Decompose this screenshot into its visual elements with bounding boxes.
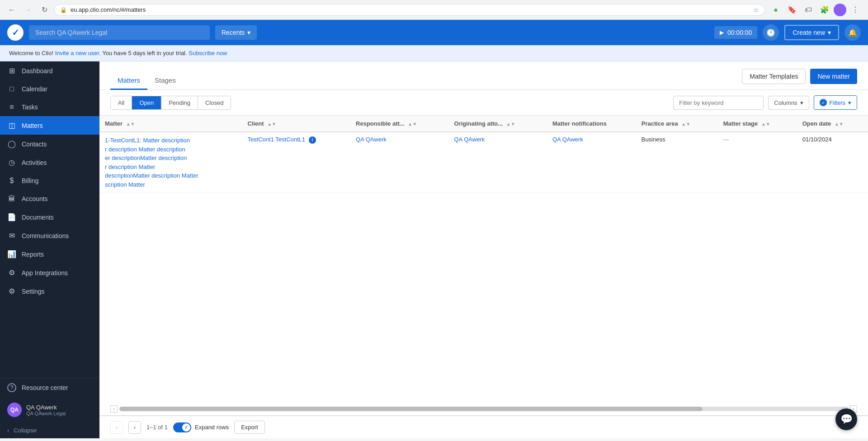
column-matter-stage[interactable]: Matter stage ▲▼ xyxy=(718,116,797,132)
status-filter-group: All Open Pending Closed xyxy=(110,96,231,110)
sidebar-item-tasks[interactable]: ≡ Tasks xyxy=(0,98,99,116)
sidebar-item-contacts[interactable]: ◯ Contacts xyxy=(0,135,99,153)
sidebar-item-label: Settings xyxy=(22,288,45,295)
column-matter-notifications: Matter notifications xyxy=(547,116,636,132)
filters-chevron-icon: ▾ xyxy=(848,99,851,106)
column-responsible-att[interactable]: Responsible att... ▲▼ xyxy=(350,116,448,132)
expand-rows-switch[interactable]: ✓ xyxy=(173,422,191,432)
user-name: QA QAwerk xyxy=(26,404,66,411)
recents-button[interactable]: Recents ▾ xyxy=(215,25,257,40)
sidebar-item-accounts[interactable]: 🏛 Accounts xyxy=(0,190,99,208)
profile-button[interactable] xyxy=(834,4,846,16)
sidebar-item-calendar[interactable]: □ Calendar xyxy=(0,80,99,98)
resource-center-label: Resource center xyxy=(22,384,68,391)
sidebar-item-label: Accounts xyxy=(22,195,48,202)
reload-button[interactable]: ↻ xyxy=(38,4,51,16)
back-button[interactable]: ← xyxy=(5,4,18,16)
filter-pending-button[interactable]: Pending xyxy=(161,96,198,109)
responsible-att-link[interactable]: QA QAwerk xyxy=(356,136,387,143)
client-info-icon[interactable]: i xyxy=(309,136,316,144)
extension-icon-green[interactable]: ● xyxy=(769,3,783,17)
client-link[interactable]: TestCont1 TestContL1 xyxy=(247,136,307,143)
global-search-input[interactable] xyxy=(29,25,210,40)
billing-icon: $ xyxy=(7,177,16,185)
collapse-label: Collapse xyxy=(14,427,37,434)
play-icon: ▶ xyxy=(720,29,724,36)
sidebar-collapse-button[interactable]: ‹ Collapse xyxy=(0,422,99,438)
new-matter-button[interactable]: New matter xyxy=(810,69,857,84)
documents-icon: 📄 xyxy=(7,213,16,221)
extension-icon-bookmark[interactable]: 🔖 xyxy=(785,3,799,17)
subscribe-now-link[interactable]: Subscribe now xyxy=(189,50,227,56)
expand-rows-toggle: ✓ Expand rows xyxy=(173,422,229,432)
filters-bar: All Open Pending Closed Columns ▾ ✓ xyxy=(99,90,868,116)
column-open-date[interactable]: Open date ▲▼ xyxy=(797,116,868,132)
matter-notifications-link[interactable]: QA QAwerk xyxy=(552,136,583,143)
extension-icon-tag[interactable]: 🏷 xyxy=(801,3,816,17)
export-button[interactable]: Export xyxy=(234,421,265,434)
column-originating-atto[interactable]: Originating atto... ▲▼ xyxy=(449,116,547,132)
column-practice-area[interactable]: Practice area ▲▼ xyxy=(636,116,718,132)
originating-atto-link[interactable]: QA QAwerk xyxy=(454,136,485,143)
settings-icon: ⚙ xyxy=(7,287,16,296)
next-page-button[interactable]: › xyxy=(128,421,141,434)
tab-matters[interactable]: Matters xyxy=(110,72,147,90)
scroll-left-button[interactable]: ‹ xyxy=(110,405,118,413)
matter-templates-button[interactable]: Matter Templates xyxy=(742,69,806,84)
chat-fab-button[interactable]: 💬 xyxy=(835,408,857,430)
more-options-button[interactable]: ⋮ xyxy=(848,3,863,17)
extension-icon-puzzle[interactable]: 🧩 xyxy=(817,3,832,17)
tab-stages[interactable]: Stages xyxy=(147,72,183,90)
dashboard-icon: ⊞ xyxy=(7,66,16,75)
filter-closed-button[interactable]: Closed xyxy=(198,96,231,109)
forward-button[interactable]: → xyxy=(22,4,34,16)
columns-button[interactable]: Columns ▾ xyxy=(768,96,809,110)
matter-notifications-cell: QA QAwerk xyxy=(547,132,636,193)
notifications-button[interactable]: 🔔 xyxy=(844,24,861,41)
user-org: QA QAwerk Legal xyxy=(26,411,66,416)
pagination-info: 1–1 of 1 xyxy=(146,424,168,431)
horizontal-scroll-area[interactable]: ‹ › xyxy=(99,403,868,416)
columns-chevron-icon: ▾ xyxy=(800,99,803,106)
matters-table: Matter ▲▼ Client ▲▼ Responsible att... ▲… xyxy=(99,116,868,193)
sidebar-item-app-integrations[interactable]: ⚙ App Integrations xyxy=(0,263,99,282)
column-client[interactable]: Client ▲▼ xyxy=(242,116,350,132)
sidebar-item-activities[interactable]: ◷ Activities xyxy=(0,153,99,172)
app-logo: ✓ xyxy=(7,24,24,41)
app-integrations-icon: ⚙ xyxy=(7,268,16,277)
clock-button[interactable]: 🕐 xyxy=(763,24,779,41)
sidebar-item-matters[interactable]: ◫ Matters xyxy=(0,116,99,135)
open-date-cell: 01/10/2024 xyxy=(797,132,868,193)
main-layout: ⊞ Dashboard □ Calendar ≡ Tasks ◫ Matters… xyxy=(0,61,868,438)
sidebar-item-dashboard[interactable]: ⊞ Dashboard xyxy=(0,61,99,80)
invite-user-link[interactable]: Invite a new user. xyxy=(55,50,101,56)
sidebar-item-documents[interactable]: 📄 Documents xyxy=(0,208,99,226)
address-bar[interactable]: 🔒 eu.app.clio.com/nc/#/matters ☆ xyxy=(54,4,765,16)
sidebar-item-settings[interactable]: ⚙ Settings xyxy=(0,282,99,300)
sort-icon: ▲▼ xyxy=(835,122,844,127)
horizontal-scrollbar[interactable] xyxy=(119,407,848,411)
column-matter[interactable]: Matter ▲▼ xyxy=(99,116,242,132)
sidebar-item-resource-center[interactable]: ? Resource center xyxy=(0,378,99,397)
sidebar-item-reports[interactable]: 📊 Reports xyxy=(0,245,99,263)
keyword-filter-input[interactable] xyxy=(673,96,764,110)
matter-name-link[interactable]: 1-TestContL1: Matter description r descr… xyxy=(105,137,198,188)
previous-page-button[interactable]: ‹ xyxy=(110,421,123,434)
matters-icon: ◫ xyxy=(7,121,16,130)
tasks-icon: ≡ xyxy=(7,103,16,111)
sidebar: ⊞ Dashboard □ Calendar ≡ Tasks ◫ Matters… xyxy=(0,61,99,438)
recents-label: Recents xyxy=(222,29,245,36)
filter-all-button[interactable]: All xyxy=(111,96,132,109)
expand-rows-label: Expand rows xyxy=(195,424,229,431)
sort-icon: ▲▼ xyxy=(681,122,690,127)
filters-button[interactable]: ✓ Filters ▾ xyxy=(814,95,857,110)
sort-icon: ▲▼ xyxy=(761,122,770,127)
create-new-label: Create new xyxy=(793,29,825,36)
sidebar-item-communications[interactable]: ✉ Communications xyxy=(0,226,99,245)
sidebar-user[interactable]: QA QA QAwerk QA QAwerk Legal xyxy=(0,397,99,422)
sidebar-item-billing[interactable]: $ Billing xyxy=(0,172,99,190)
filter-open-button[interactable]: Open xyxy=(132,96,161,109)
table-container[interactable]: Matter ▲▼ Client ▲▼ Responsible att... ▲… xyxy=(99,116,868,403)
sort-icon: ▲▼ xyxy=(267,122,276,127)
create-new-button[interactable]: Create new ▾ xyxy=(784,25,839,40)
